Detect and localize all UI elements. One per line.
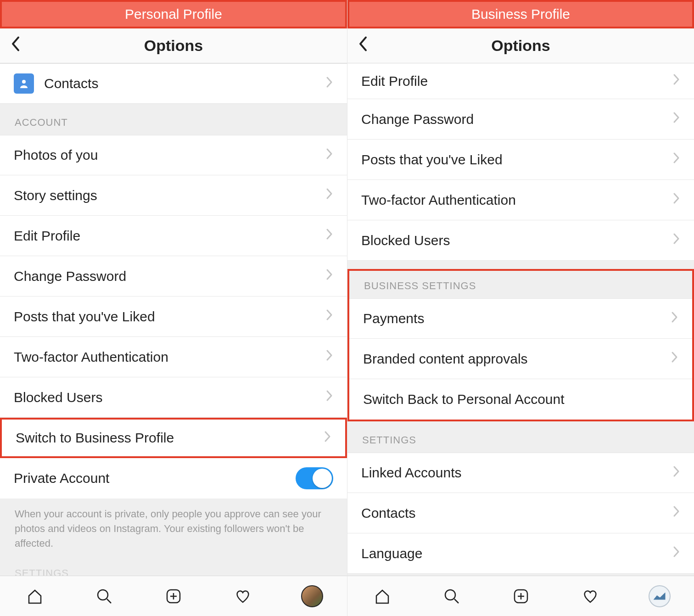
edit-label: Edit Profile: [14, 228, 326, 244]
activity-tab[interactable]: [231, 585, 254, 608]
twofa-label: Two-factor Authentication: [361, 192, 673, 208]
svg-point-6: [445, 590, 455, 600]
blocked-users-row[interactable]: Blocked Users: [0, 377, 347, 418]
back-button[interactable]: [358, 35, 368, 56]
change-password-row[interactable]: Change Password: [0, 256, 347, 297]
search-tab[interactable]: [440, 585, 463, 608]
posts-liked-row[interactable]: Posts that you've Liked: [0, 297, 347, 337]
linked-label: Linked Accounts: [361, 465, 673, 481]
posts-liked-row[interactable]: Posts that you've Liked: [347, 140, 694, 180]
twofa-label: Two-factor Authentication: [14, 349, 326, 365]
two-factor-row[interactable]: Two-factor Authentication: [0, 337, 347, 377]
svg-point-0: [22, 80, 26, 84]
chevron-right-icon: [673, 152, 680, 167]
switch-personal-row[interactable]: Switch Back to Personal Account: [349, 379, 692, 420]
photos-label: Photos of you: [14, 147, 326, 163]
switch-back-label: Switch Back to Personal Account: [363, 392, 678, 407]
svg-point-1: [98, 590, 108, 600]
private-account-row[interactable]: Private Account: [0, 458, 347, 498]
chevron-right-icon: [673, 73, 680, 89]
payments-label: Payments: [363, 311, 671, 326]
contacts-label: Contacts: [361, 505, 673, 521]
chevron-right-icon: [673, 505, 680, 521]
page-title: Options: [144, 37, 203, 55]
switch-label: Switch to Business Profile: [16, 430, 324, 446]
home-tab[interactable]: [371, 585, 394, 608]
chevron-right-icon: [326, 349, 333, 364]
back-button[interactable]: [10, 35, 20, 56]
edit-profile-row[interactable]: Edit Profile: [0, 216, 347, 256]
activity-tab[interactable]: [579, 585, 602, 608]
chevron-right-icon: [324, 431, 331, 446]
chevron-right-icon: [673, 192, 680, 207]
contacts-label: Contacts: [44, 76, 326, 91]
chevron-right-icon: [326, 390, 333, 405]
private-label: Private Account: [14, 470, 296, 486]
liked-label: Posts that you've Liked: [14, 309, 326, 325]
titlebar-right: Options: [347, 28, 694, 63]
contacts-row[interactable]: Contacts: [347, 493, 694, 533]
chevron-right-icon: [326, 228, 333, 243]
contacts-icon: [14, 73, 34, 94]
account-section-header: ACCOUNT: [0, 104, 347, 135]
switch-business-row[interactable]: Switch to Business Profile: [0, 418, 347, 458]
add-post-tab[interactable]: [162, 585, 185, 608]
titlebar-left: Options: [0, 28, 347, 63]
private-footnote: When your account is private, only peopl…: [0, 498, 347, 561]
blocked-users-row[interactable]: Blocked Users: [347, 220, 694, 261]
tabbar-right: [347, 576, 694, 616]
search-tab[interactable]: [93, 585, 116, 608]
business-settings-header: BUSINESS SETTINGS: [349, 271, 692, 298]
personal-banner: Personal Profile: [0, 0, 347, 28]
branded-content-row[interactable]: Branded content approvals: [349, 339, 692, 379]
profile-tab[interactable]: [648, 585, 671, 608]
edit-label: Edit Profile: [361, 73, 673, 89]
chevron-right-icon: [671, 351, 678, 366]
blocked-label: Blocked Users: [14, 390, 326, 405]
chevron-right-icon: [326, 269, 333, 284]
scroll-left[interactable]: Contacts ACCOUNT Photos of you Story set…: [0, 63, 347, 576]
chevron-right-icon: [326, 309, 333, 324]
linked-accounts-row[interactable]: Linked Accounts: [347, 453, 694, 493]
chevron-right-icon: [326, 76, 333, 91]
tabbar-left: [0, 576, 347, 616]
branded-label: Branded content approvals: [363, 351, 671, 367]
scroll-right[interactable]: Edit Profile Change Password Posts that …: [347, 63, 694, 576]
blocked-label: Blocked Users: [361, 233, 673, 248]
business-banner: Business Profile: [347, 0, 694, 28]
two-factor-row[interactable]: Two-factor Authentication: [347, 180, 694, 220]
edit-profile-row[interactable]: Edit Profile: [347, 63, 694, 99]
svg-line-7: [454, 599, 459, 603]
change-password-row[interactable]: Change Password: [347, 99, 694, 140]
story-label: Story settings: [14, 188, 326, 203]
home-tab[interactable]: [23, 585, 46, 608]
payments-row[interactable]: Payments: [349, 298, 692, 339]
pwd-label: Change Password: [14, 269, 326, 284]
personal-profile-pane: Personal Profile Options Contacts ACCOUN…: [0, 0, 347, 616]
chevron-right-icon: [673, 465, 680, 481]
chevron-right-icon: [673, 112, 680, 127]
svg-line-2: [107, 599, 111, 603]
avatar-icon: [301, 585, 323, 607]
photos-of-you-row[interactable]: Photos of you: [0, 135, 347, 175]
language-row[interactable]: Language: [347, 533, 694, 574]
chevron-right-icon: [671, 311, 678, 326]
add-post-tab[interactable]: [509, 585, 532, 608]
avatar-icon: [649, 585, 671, 607]
liked-label: Posts that you've Liked: [361, 152, 673, 168]
private-account-toggle[interactable]: [296, 467, 333, 489]
chevron-right-icon: [326, 148, 333, 163]
pwd-label: Change Password: [361, 112, 673, 127]
settings-section-faded: SETTINGS: [0, 561, 347, 576]
language-label: Language: [361, 546, 673, 561]
profile-tab[interactable]: [301, 585, 324, 608]
page-title: Options: [491, 37, 550, 55]
settings-section-header: SETTINGS: [347, 421, 694, 453]
contacts-row[interactable]: Contacts: [0, 63, 347, 104]
chevron-right-icon: [673, 546, 680, 561]
chevron-right-icon: [326, 188, 333, 203]
business-profile-pane: Business Profile Options Edit Profile Ch…: [347, 0, 694, 616]
story-settings-row[interactable]: Story settings: [0, 175, 347, 216]
chevron-right-icon: [673, 233, 680, 248]
